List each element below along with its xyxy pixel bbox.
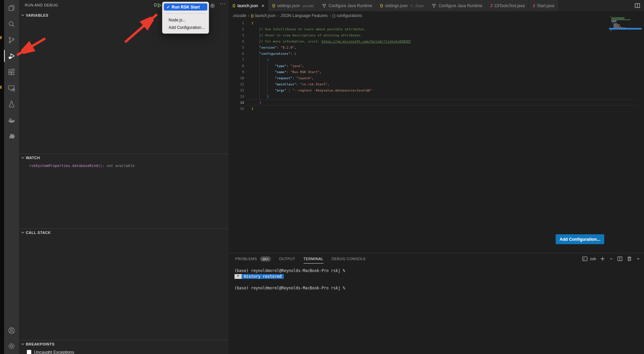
code-line-11[interactable]: 11 "mainClass": "co.rsk.Start", bbox=[229, 81, 644, 87]
line-number: 6 bbox=[229, 52, 244, 55]
minimap-line bbox=[610, 30, 642, 30]
tab-detail: .vscode bbox=[301, 4, 314, 8]
breadcrumb-item-vscode[interactable]: .vscode bbox=[232, 13, 246, 18]
activity-item-docker[interactable] bbox=[4, 112, 19, 128]
code-line-10[interactable]: 10 "request": "launch", bbox=[229, 75, 644, 81]
activity-item-testing[interactable] bbox=[4, 96, 19, 112]
activity-item-remote-explorer[interactable] bbox=[4, 80, 19, 96]
line-number: 4 bbox=[229, 39, 244, 43]
tab-label: launch.json bbox=[238, 3, 258, 8]
section-label: CALL STACK bbox=[26, 231, 51, 235]
tab-configure-java-runtime[interactable]: Configure Java Runtime bbox=[428, 0, 486, 11]
activity-item-settings[interactable] bbox=[4, 338, 19, 354]
activity-item-gradle[interactable] bbox=[4, 128, 19, 144]
code-text: "version": "0.2.0", bbox=[244, 46, 296, 49]
tab-detail: ~/.../User bbox=[410, 4, 424, 8]
maximize-panel-chevron-icon[interactable] bbox=[636, 256, 641, 262]
source-control-icon bbox=[7, 36, 16, 44]
terminal-line bbox=[234, 280, 345, 286]
chevron-down-icon bbox=[21, 14, 24, 17]
breadcrumb-separator: › bbox=[276, 13, 280, 18]
tab-launch-json[interactable]: {}launch.json× bbox=[229, 0, 268, 11]
breadcrumb-separator: › bbox=[246, 13, 251, 18]
code-line-5[interactable]: 5 "version": "0.2.0", bbox=[229, 44, 644, 50]
settings-icon bbox=[7, 342, 16, 350]
menu-item-run-rsk-start[interactable]: ✓Run RSK Start bbox=[164, 3, 207, 11]
watch-expression-row[interactable]: rskSystemProperties.databaseKind(): not … bbox=[29, 164, 229, 168]
call-stack-section-header[interactable]: CALL STACK bbox=[19, 229, 229, 236]
breadcrumb-item-launch-json[interactable]: {}launch.json bbox=[251, 13, 276, 18]
activity-item-explorer[interactable] bbox=[4, 0, 19, 16]
tab-configure-java-runtime[interactable]: Configure Java Runtime bbox=[318, 0, 377, 11]
breakpoint-checkbox[interactable] bbox=[27, 350, 31, 354]
code-line-3[interactable]: 3 // Hover to view descriptions of exist… bbox=[229, 32, 644, 38]
terminal-line: * History restored bbox=[234, 274, 345, 280]
split-terminal-icon[interactable] bbox=[617, 256, 623, 262]
panel-tab-problems[interactable]: PROBLEMS1K+ bbox=[235, 256, 271, 262]
code-line-13[interactable]: 13 } bbox=[229, 93, 644, 99]
java-runtime-cup-icon bbox=[432, 3, 436, 8]
panel-tab-terminal[interactable]: TERMINAL bbox=[303, 257, 324, 261]
code-line-4[interactable]: 4 // For more information, visit: https:… bbox=[229, 38, 644, 44]
tab-clitoolstest-java[interactable]: JCliToolsTest.java bbox=[486, 0, 529, 11]
breadcrumb-item-json-language-features[interactable]: JSON Language Features bbox=[280, 13, 328, 18]
tab-start-java[interactable]: JStart.java bbox=[529, 0, 558, 11]
minimap-line bbox=[610, 23, 642, 24]
tab-settings-json-vscode[interactable]: {}settings.json.vscode bbox=[268, 0, 318, 11]
code-editor[interactable]: 1{2 // Use IntelliSense to learn about p… bbox=[229, 20, 644, 112]
code-line-1[interactable]: 1{ bbox=[229, 20, 644, 26]
code-line-15[interactable]: 15} bbox=[229, 105, 644, 112]
json-braces-icon: {} bbox=[232, 4, 236, 7]
code-line-14[interactable]: 14 ] bbox=[229, 99, 644, 105]
terminal-dropdown-chevron-icon[interactable] bbox=[609, 256, 613, 262]
explorer-icon bbox=[7, 4, 16, 12]
line-number: 11 bbox=[229, 82, 244, 86]
activity-item-source-control[interactable] bbox=[4, 32, 19, 48]
terminal-icon bbox=[582, 256, 588, 262]
activity-item-extensions[interactable] bbox=[4, 64, 19, 80]
code-line-2[interactable]: 2 // Use IntelliSense to learn about pos… bbox=[229, 26, 644, 32]
menu-item-label: Node.js... bbox=[169, 18, 186, 22]
activity-item-accounts[interactable] bbox=[4, 323, 19, 338]
breadcrumb-item-configurations[interactable]: [ ]configurations bbox=[332, 13, 362, 18]
close-icon[interactable]: × bbox=[261, 3, 264, 9]
chevron-down-icon bbox=[21, 342, 24, 346]
views-more-actions-icon[interactable]: ··· bbox=[220, 1, 226, 7]
line-number: 12 bbox=[229, 88, 244, 92]
activity-bar bbox=[4, 0, 19, 354]
accounts-icon bbox=[7, 326, 16, 335]
split-editor-icon[interactable] bbox=[634, 2, 641, 9]
code-text: "mainClass": "co.rsk.Start", bbox=[244, 82, 329, 86]
minimap[interactable] bbox=[609, 16, 642, 37]
panel-tab-debug-console[interactable]: DEBUG CONSOLE bbox=[332, 257, 366, 261]
json-braces-icon: {} bbox=[272, 4, 275, 7]
code-line-12[interactable]: 12 "args" : "--regtest -Xkeyvalue.dataso… bbox=[229, 87, 644, 93]
line-number: 5 bbox=[229, 46, 244, 49]
minimap-line bbox=[610, 16, 642, 17]
code-text: // Use IntelliSense to learn about possi… bbox=[244, 27, 366, 31]
code-line-6[interactable]: 6 "configurations": [ bbox=[229, 50, 644, 56]
debug-settings-gear-icon[interactable] bbox=[209, 3, 215, 9]
terminal-shell-selector[interactable]: zsh bbox=[582, 256, 596, 262]
breakpoints-section-header[interactable]: BREAKPOINTS bbox=[19, 340, 229, 348]
add-configuration-button[interactable]: Add Configuration... bbox=[556, 234, 604, 244]
code-text: "args" : "--regtest -Xkeyvalue.datasourc… bbox=[244, 88, 372, 92]
menu-item-add-configuration[interactable]: Add Configuration... bbox=[164, 24, 207, 31]
tab-settings-json-user[interactable]: {}settings.json~/.../User bbox=[376, 0, 428, 11]
line-number: 3 bbox=[229, 33, 244, 37]
code-line-8[interactable]: 8 "type": "java", bbox=[229, 63, 644, 69]
activity-item-run-and-debug[interactable] bbox=[4, 48, 19, 64]
breakpoint-item[interactable]: Uncaught Exceptions bbox=[27, 349, 229, 354]
code-line-9[interactable]: 9 "name": "Run RSK Start", bbox=[229, 69, 644, 75]
panel-tab-output[interactable]: OUTPUT bbox=[279, 257, 295, 261]
code-line-7[interactable]: 7 { bbox=[229, 56, 644, 63]
launch-configuration-menu: ✓Run RSK StartNode.js...Add Configuratio… bbox=[162, 2, 209, 34]
activity-item-search[interactable] bbox=[4, 16, 19, 32]
watch-section-header[interactable]: WATCH bbox=[19, 154, 229, 162]
testing-icon bbox=[7, 100, 16, 108]
kill-terminal-trash-icon[interactable] bbox=[626, 256, 632, 262]
new-terminal-icon[interactable] bbox=[599, 256, 606, 262]
terminal-output[interactable]: (base) reynoldmorel@Reynolds-MacBook-Pro… bbox=[234, 268, 345, 291]
menu-item-node-js[interactable]: Node.js... bbox=[164, 16, 207, 23]
start-debugging-icon[interactable] bbox=[157, 3, 162, 8]
